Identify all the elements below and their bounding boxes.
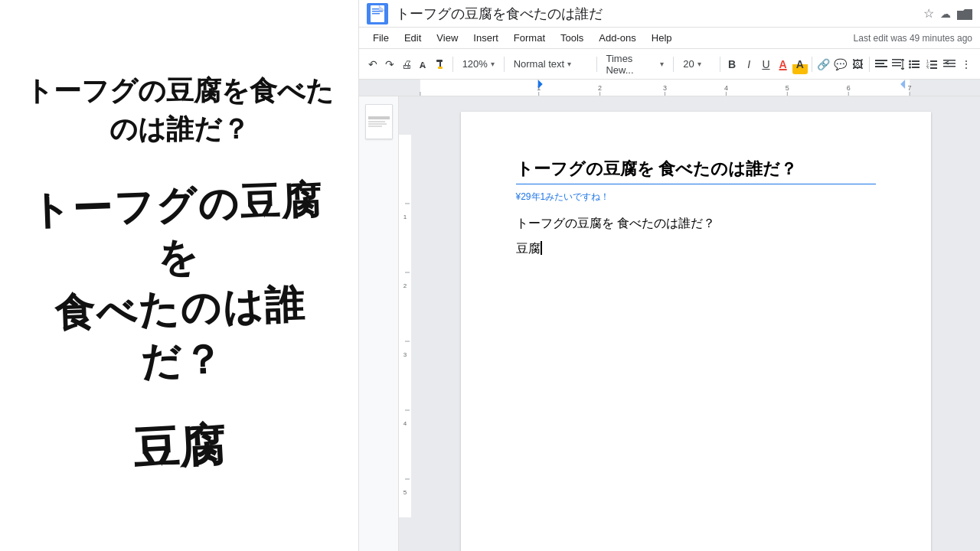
separator-4	[673, 57, 674, 72]
svg-rect-8	[438, 67, 443, 69]
chevron-down-icon: ▾	[491, 60, 495, 68]
font-dropdown[interactable]: Times New... ▾	[600, 54, 669, 75]
svg-rect-26	[930, 67, 937, 69]
linespacing-button[interactable]	[890, 54, 906, 74]
svg-text:3: 3	[663, 84, 667, 92]
doc-cursor-text: 豆腐	[516, 242, 541, 255]
menu-edit[interactable]: Edit	[398, 31, 427, 45]
svg-rect-14	[892, 65, 901, 67]
link-button[interactable]: 🔗	[816, 54, 831, 74]
svg-rect-29	[943, 66, 956, 67]
last-edit-status: Last edit was 49 minutes ago	[854, 33, 972, 44]
svg-rect-12	[892, 59, 901, 60]
chevron-down-icon-2: ▾	[567, 60, 571, 68]
image-button[interactable]: 🖼	[850, 54, 865, 74]
svg-rect-49	[399, 135, 411, 517]
svg-text:7: 7	[908, 84, 912, 92]
align-button[interactable]	[874, 54, 889, 74]
fontcolor-button[interactable]: A	[776, 54, 791, 74]
menu-bar: File Edit View Insert Format Tools Add-o…	[359, 28, 980, 49]
title-bar: トーフグの豆腐を食べたのは誰だ ☆ ☁	[359, 0, 980, 28]
svg-text:4: 4	[724, 84, 728, 92]
svg-rect-3	[372, 13, 380, 15]
separator-5	[720, 57, 720, 72]
menu-help[interactable]: Help	[645, 31, 678, 45]
underline-button[interactable]: U	[758, 54, 773, 74]
svg-rect-50	[399, 517, 411, 551]
bulletlist-button[interactable]	[907, 54, 923, 74]
menu-file[interactable]: File	[367, 31, 395, 45]
separator-3	[596, 57, 597, 72]
highlight-button[interactable]: A	[792, 54, 808, 74]
svg-point-15	[909, 60, 911, 62]
style-dropdown[interactable]: Normal text ▾	[508, 54, 593, 75]
fontsize-dropdown[interactable]: 20 ▾	[678, 54, 716, 75]
comment-button[interactable]: 💬	[833, 54, 848, 74]
separator-1	[452, 57, 453, 72]
menu-tools[interactable]: Tools	[554, 31, 590, 45]
page-thumbnail[interactable]	[365, 104, 393, 139]
docs-app-icon	[367, 3, 388, 24]
svg-text:6: 6	[847, 84, 851, 92]
svg-rect-27	[943, 60, 956, 61]
document-area[interactable]: トーフグの豆腐を 食べたのは誰だ？ ¥29年1みたいですね！ トーフグの豆腐を …	[411, 96, 980, 551]
svg-rect-30	[359, 80, 420, 96]
bookmark-icon[interactable]: ☆	[923, 6, 934, 21]
italic-button[interactable]: I	[741, 54, 756, 74]
spellcheck-button[interactable]	[416, 54, 432, 74]
svg-rect-24	[930, 64, 937, 65]
toolbar: 🖨 120% ▾ Normal text ▾ Times New... ▾ 20…	[359, 49, 980, 80]
left-panel: トーフグの豆腐を食べたのは誰だ？ トーフグの豆腐を食べたのは誰だ？ 豆腐	[0, 0, 358, 551]
svg-point-19	[909, 66, 911, 68]
decrease-indent-button[interactable]	[942, 54, 957, 74]
svg-rect-18	[912, 64, 920, 65]
left-title: トーフグの豆腐を食べたのは誰だ？	[15, 72, 343, 149]
cloud-icon: ☁	[940, 8, 951, 20]
svg-text:2: 2	[403, 282, 407, 289]
svg-rect-48	[399, 96, 411, 135]
ruler-marks: 1 2 3 4 5 6 7	[359, 80, 980, 96]
document-title[interactable]: トーフグの豆腐を食べたのは誰だ	[396, 5, 916, 23]
svg-text:4: 4	[403, 420, 407, 427]
menu-view[interactable]: View	[430, 31, 464, 45]
paint-format-button[interactable]	[433, 54, 449, 74]
zoom-dropdown[interactable]: 120% ▾	[457, 54, 500, 75]
svg-rect-7	[439, 60, 441, 67]
svg-text:1: 1	[403, 214, 407, 220]
doc-subtitle: ¥29年1みたいですね！	[516, 191, 876, 204]
doc-heading: トーフグの豆腐を 食べたのは誰だ？	[516, 158, 876, 184]
vertical-ruler: 1 2 3 4 5	[399, 96, 411, 551]
undo-button[interactable]	[365, 54, 381, 74]
svg-rect-22	[930, 60, 937, 62]
svg-rect-20	[912, 67, 920, 68]
content-area: 1 2 3 4 5 トーフグの豆腐を 食べたのは誰だ？ ¥29年1みたいですね！…	[359, 96, 980, 551]
bold-button[interactable]: B	[724, 54, 740, 74]
chevron-down-icon-3: ▾	[660, 60, 664, 68]
numlist-button[interactable]: 1.2.3.	[924, 54, 939, 74]
svg-text:5: 5	[403, 489, 407, 496]
redo-button[interactable]	[382, 54, 397, 74]
menu-insert[interactable]: Insert	[467, 31, 505, 45]
svg-rect-10	[875, 63, 884, 64]
folder-icon[interactable]	[957, 8, 972, 20]
menu-format[interactable]: Format	[508, 31, 551, 45]
doc-body-line2: 豆腐	[516, 241, 876, 257]
more-options-button[interactable]: ⋮	[959, 54, 974, 74]
print-button[interactable]: 🖨	[399, 54, 414, 74]
separator-2	[504, 57, 505, 72]
document-page: トーフグの豆腐を 食べたのは誰だ？ ¥29年1みたいですね！ トーフグの豆腐を …	[461, 112, 931, 551]
menu-addons[interactable]: Add-ons	[593, 31, 642, 45]
page-thumb-content	[367, 115, 391, 129]
page-sidebar	[359, 96, 399, 551]
left-handwriting-small: 豆腐	[132, 415, 227, 481]
chevron-down-icon-4: ▾	[697, 60, 701, 68]
doc-body-line1: トーフグの豆腐を 食べたのは誰だ？	[516, 216, 876, 232]
horizontal-ruler: 1 2 3 4 5 6 7	[359, 80, 980, 96]
svg-text:2: 2	[598, 84, 602, 92]
svg-rect-31	[910, 80, 980, 96]
svg-text:3.: 3.	[926, 66, 929, 69]
svg-text:3: 3	[403, 351, 407, 358]
svg-rect-13	[892, 62, 901, 64]
svg-rect-9	[875, 60, 887, 61]
svg-rect-16	[912, 60, 920, 62]
